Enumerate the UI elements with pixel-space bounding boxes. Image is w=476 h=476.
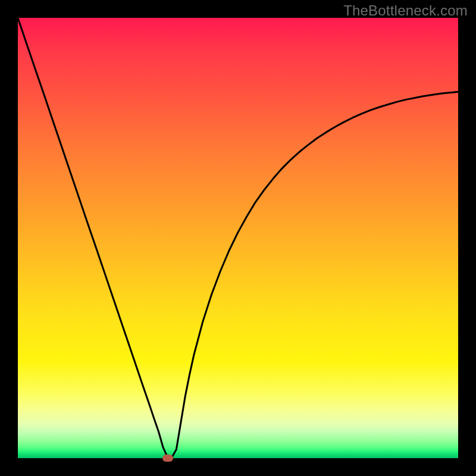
chart-frame: TheBottleneck.com: [0, 0, 476, 476]
watermark-text: TheBottleneck.com: [343, 2, 468, 19]
minimum-marker: [162, 455, 173, 462]
bottleneck-curve: [18, 18, 458, 458]
curve-svg: [18, 18, 458, 458]
plot-area: [18, 18, 458, 458]
